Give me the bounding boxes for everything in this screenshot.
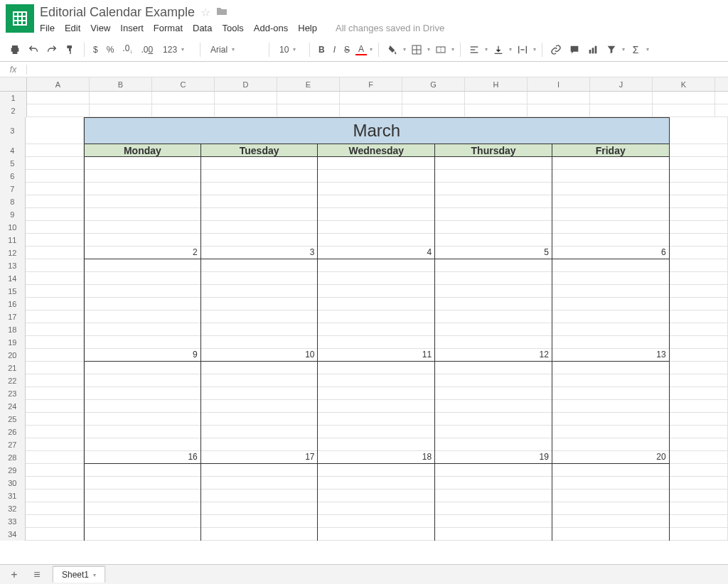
- calendar-cell[interactable]: [318, 208, 435, 221]
- calendar-cell[interactable]: [201, 502, 318, 515]
- percent-button[interactable]: %: [104, 45, 117, 55]
- row-header[interactable]: 31: [0, 490, 26, 502]
- calendar-cell[interactable]: [318, 234, 435, 247]
- calendar-cell[interactable]: [552, 323, 670, 336]
- calendar-cell[interactable]: [318, 259, 435, 272]
- font-size-dropdown[interactable]: 10▾: [275, 45, 304, 55]
- calendar-cell[interactable]: [201, 528, 318, 541]
- increase-decimal-button[interactable]: .00: [138, 45, 156, 55]
- calendar-cell[interactable]: [318, 336, 435, 349]
- calendar-cell[interactable]: [552, 259, 670, 272]
- calendar-cell[interactable]: [318, 528, 435, 541]
- calendar-cell[interactable]: [318, 310, 435, 323]
- folder-icon[interactable]: [216, 6, 228, 18]
- link-icon[interactable]: [548, 41, 564, 58]
- calendar-cell[interactable]: [84, 259, 201, 272]
- number-format-dropdown[interactable]: 123▾: [159, 45, 194, 55]
- calendar-cell[interactable]: [84, 400, 201, 413]
- calendar-cell[interactable]: [435, 310, 552, 323]
- calendar-cell[interactable]: [318, 502, 435, 515]
- calendar-cell[interactable]: [201, 323, 318, 336]
- text-wrap-icon[interactable]: [515, 41, 530, 58]
- col-header-b[interactable]: B: [90, 77, 152, 91]
- calendar-cell[interactable]: [84, 234, 201, 247]
- calendar-cell[interactable]: [84, 413, 201, 426]
- calendar-cell[interactable]: [435, 528, 552, 541]
- chart-icon[interactable]: [585, 41, 601, 58]
- calendar-cell[interactable]: [318, 426, 435, 438]
- calendar-cell[interactable]: [201, 310, 318, 323]
- calendar-cell[interactable]: 4: [318, 247, 435, 259]
- calendar-cell[interactable]: [201, 259, 318, 272]
- calendar-cell[interactable]: [84, 515, 201, 528]
- col-header-f[interactable]: F: [340, 77, 402, 91]
- italic-button[interactable]: I: [331, 45, 338, 55]
- calendar-cell[interactable]: [201, 157, 318, 170]
- calendar-cell[interactable]: [318, 438, 435, 451]
- calendar-cell[interactable]: 2: [84, 247, 201, 259]
- calendar-month[interactable]: March: [84, 117, 670, 144]
- row-header[interactable]: 6: [0, 170, 26, 183]
- calendar-cell[interactable]: [552, 170, 670, 183]
- merge-cells-icon[interactable]: [433, 41, 449, 58]
- menu-help[interactable]: Help: [298, 23, 317, 33]
- redo-icon[interactable]: [44, 41, 60, 58]
- row-header[interactable]: 27: [0, 438, 26, 451]
- row-header[interactable]: 34: [0, 528, 26, 541]
- calendar-cell[interactable]: [201, 195, 318, 208]
- decrease-decimal-button[interactable]: .0↓: [119, 43, 135, 55]
- row-header[interactable]: 21: [0, 362, 26, 374]
- calendar-cell[interactable]: [318, 221, 435, 234]
- row-header[interactable]: 24: [0, 400, 26, 413]
- calendar-cell[interactable]: [552, 272, 670, 285]
- borders-icon[interactable]: [409, 41, 424, 58]
- calendar-cell[interactable]: [318, 464, 435, 477]
- font-dropdown[interactable]: Arial▾: [206, 45, 263, 55]
- calendar-cell[interactable]: [435, 157, 552, 170]
- star-icon[interactable]: ☆: [200, 6, 210, 19]
- fill-color-icon[interactable]: [385, 41, 400, 58]
- bold-button[interactable]: B: [316, 45, 328, 55]
- calendar-cell[interactable]: [84, 336, 201, 349]
- calendar-cell[interactable]: [84, 490, 201, 502]
- calendar-day-header[interactable]: Wednesday: [318, 144, 435, 157]
- calendar-cell[interactable]: [552, 195, 670, 208]
- calendar-cell[interactable]: [435, 387, 552, 400]
- calendar-cell[interactable]: [435, 208, 552, 221]
- calendar-day-header[interactable]: Friday: [552, 144, 670, 157]
- calendar-cell[interactable]: [318, 298, 435, 310]
- calendar-cell[interactable]: [201, 234, 318, 247]
- calendar-day-header[interactable]: Monday: [84, 144, 201, 157]
- calendar-cell[interactable]: [84, 285, 201, 298]
- calendar-cell[interactable]: [435, 285, 552, 298]
- row-header[interactable]: 29: [0, 464, 26, 477]
- calendar-cell[interactable]: [201, 221, 318, 234]
- calendar-cell[interactable]: [318, 490, 435, 502]
- calendar-cell[interactable]: [552, 336, 670, 349]
- calendar-cell[interactable]: 20: [552, 451, 670, 464]
- menu-format[interactable]: Format: [154, 23, 183, 33]
- text-color-button[interactable]: A: [355, 44, 367, 55]
- calendar-cell[interactable]: [84, 387, 201, 400]
- calendar-cell[interactable]: 3: [201, 247, 318, 259]
- calendar-cell[interactable]: [435, 183, 552, 195]
- calendar-cell[interactable]: [552, 310, 670, 323]
- calendar-cell[interactable]: [201, 426, 318, 438]
- calendar-cell[interactable]: [552, 362, 670, 374]
- menu-tools[interactable]: Tools: [222, 23, 243, 33]
- calendar-cell[interactable]: [201, 464, 318, 477]
- row-header[interactable]: 2: [0, 104, 27, 117]
- calendar-cell[interactable]: 13: [552, 349, 670, 362]
- calendar-day-header[interactable]: Tuesday: [201, 144, 318, 157]
- calendar-cell[interactable]: [318, 170, 435, 183]
- calendar-cell[interactable]: [84, 310, 201, 323]
- row-header[interactable]: 33: [0, 515, 26, 528]
- calendar-cell[interactable]: [201, 438, 318, 451]
- calendar-cell[interactable]: [201, 413, 318, 426]
- calendar-cell[interactable]: 10: [201, 349, 318, 362]
- row-header[interactable]: 22: [0, 374, 26, 387]
- calendar-cell[interactable]: [84, 464, 201, 477]
- calendar-cell[interactable]: [435, 438, 552, 451]
- filter-icon[interactable]: [604, 41, 619, 58]
- calendar-cell[interactable]: [318, 477, 435, 490]
